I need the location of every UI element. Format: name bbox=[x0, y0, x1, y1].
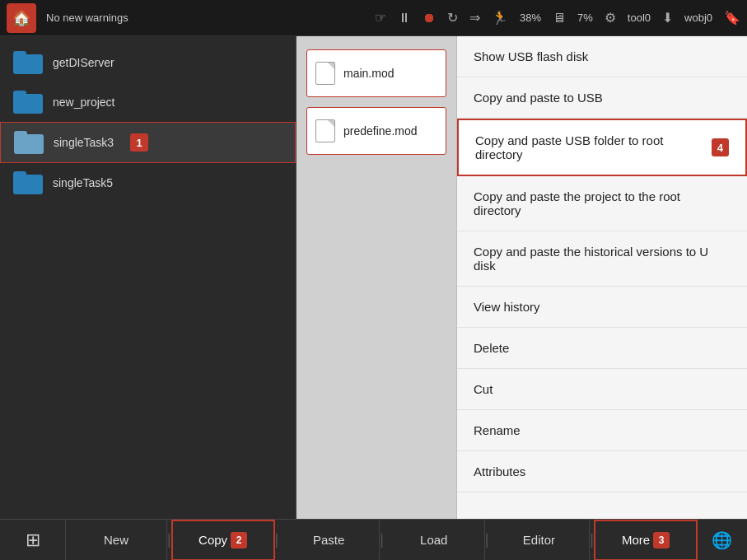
paste-button[interactable]: Paste bbox=[278, 520, 380, 561]
monitor-icon: 🖥 bbox=[553, 11, 566, 26]
copy-button[interactable]: Copy 2 bbox=[171, 520, 275, 561]
forward-icon[interactable]: ⇒ bbox=[469, 10, 480, 26]
file-item-predefine[interactable]: predefine.mod bbox=[306, 107, 446, 155]
tool-label: tool0 bbox=[628, 12, 651, 24]
download-icon[interactable]: ⬇ bbox=[662, 10, 673, 26]
globe-icon: 🌐 bbox=[712, 530, 732, 550]
folder-name: new_project bbox=[53, 96, 115, 109]
more-button[interactable]: More 3 bbox=[594, 520, 698, 561]
folder-icon bbox=[13, 51, 43, 74]
run-icon[interactable]: 🏃 bbox=[492, 10, 508, 26]
folder-icon bbox=[14, 131, 44, 154]
dashboard-icon-button[interactable]: ⊞ bbox=[0, 520, 66, 561]
middle-panel: main.mod predefine.mod bbox=[296, 36, 457, 519]
menu-cut[interactable]: Cut bbox=[457, 369, 747, 410]
folder-item[interactable]: new_project bbox=[0, 82, 296, 122]
menu-delete[interactable]: Delete bbox=[457, 328, 747, 369]
menu-rename[interactable]: Rename bbox=[457, 410, 747, 451]
pointer-icon[interactable]: ☞ bbox=[375, 10, 386, 26]
more-badge: 3 bbox=[653, 532, 670, 548]
home-button[interactable]: 🏠 bbox=[7, 3, 36, 33]
main-content: getDIServer new_project singleTask3 1 si… bbox=[0, 36, 747, 519]
context-menu: Show USB flash disk Copy and paste to US… bbox=[457, 36, 747, 519]
menu-copy-paste-historical[interactable]: Copy and paste the historical versions t… bbox=[457, 231, 747, 287]
percent2: 7% bbox=[577, 12, 593, 24]
badge-1: 1 bbox=[130, 133, 148, 152]
folder-icon bbox=[13, 91, 43, 114]
folder-name: singleTask5 bbox=[53, 176, 113, 189]
left-panel: getDIServer new_project singleTask3 1 si… bbox=[0, 36, 296, 519]
status-text: No new warnings bbox=[46, 12, 365, 24]
new-button[interactable]: New bbox=[66, 520, 167, 561]
percent1: 38% bbox=[520, 12, 541, 24]
tools-icon[interactable]: ⚙ bbox=[605, 10, 616, 26]
load-button[interactable]: Load bbox=[384, 520, 485, 561]
file-item-main[interactable]: main.mod bbox=[306, 49, 446, 97]
folder-item-selected[interactable]: singleTask3 1 bbox=[0, 122, 296, 163]
bookmark-icon[interactable]: 🔖 bbox=[724, 10, 740, 26]
bottombar: ⊞ New | Copy 2 | Paste | Load | Editor |… bbox=[0, 519, 747, 560]
record-icon[interactable]: ⏺ bbox=[423, 11, 436, 26]
menu-copy-paste-usb[interactable]: Copy and paste to USB bbox=[457, 77, 747, 119]
file-name: main.mod bbox=[343, 67, 394, 80]
folder-name: singleTask3 bbox=[54, 136, 114, 149]
folder-name: getDIServer bbox=[53, 56, 114, 69]
file-name: predefine.mod bbox=[343, 124, 418, 138]
menu-view-history[interactable]: View history bbox=[457, 287, 747, 328]
topbar: 🏠 No new warnings ☞ ⏸ ⏺ ↻ ⇒ 🏃 38% 🖥 7% ⚙… bbox=[0, 0, 747, 36]
menu-attributes[interactable]: Attributes bbox=[457, 451, 747, 492]
globe-button[interactable]: 🌐 bbox=[698, 520, 747, 561]
topbar-icons: ☞ ⏸ ⏺ ↻ ⇒ 🏃 38% 🖥 7% ⚙ tool0 ⬇ wobj0 🔖 bbox=[375, 10, 740, 26]
user-label: wobj0 bbox=[684, 12, 712, 24]
menu-copy-paste-project-root[interactable]: Copy and paste the project to the root d… bbox=[457, 176, 747, 231]
editor-button[interactable]: Editor bbox=[488, 520, 590, 561]
menu-copy-paste-usb-root[interactable]: Copy and paste USB folder to root direct… bbox=[457, 119, 747, 176]
folder-item[interactable]: singleTask5 bbox=[0, 163, 296, 203]
menu-show-usb[interactable]: Show USB flash disk bbox=[457, 36, 747, 77]
badge-4: 4 bbox=[712, 138, 729, 156]
file-icon bbox=[315, 119, 335, 142]
copy-badge: 2 bbox=[231, 532, 247, 548]
folder-icon bbox=[13, 171, 43, 194]
folder-item[interactable]: getDIServer bbox=[0, 43, 296, 82]
pause-icon[interactable]: ⏸ bbox=[398, 11, 411, 26]
refresh-icon[interactable]: ↻ bbox=[447, 10, 458, 26]
file-icon bbox=[315, 62, 335, 85]
dashboard-icon: ⊞ bbox=[26, 530, 40, 551]
